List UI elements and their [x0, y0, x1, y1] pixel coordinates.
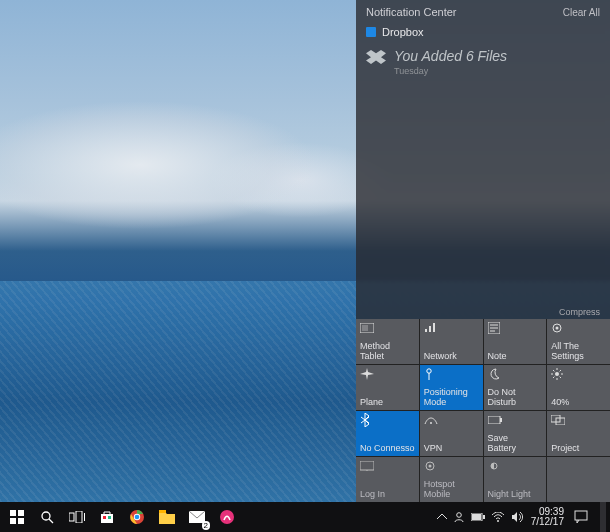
qa-note[interactable]: Note: [484, 319, 547, 364]
pinned-mail[interactable]: 2: [186, 506, 208, 528]
qa-label: No Connesso: [360, 444, 415, 453]
taskbar-clock[interactable]: 09:39 7/12/17: [531, 507, 566, 527]
qa-label: Do Not Disturb: [488, 388, 543, 407]
location-icon: [424, 368, 438, 380]
qa-battery-saver[interactable]: Save Battery: [484, 411, 547, 456]
svg-rect-9: [500, 418, 502, 422]
qa-tablet-mode[interactable]: Method Tablet: [356, 319, 419, 364]
qa-brightness[interactable]: 40%: [547, 365, 610, 410]
qa-empty: [547, 457, 610, 502]
svg-rect-1: [362, 325, 368, 331]
qa-network[interactable]: Network: [420, 319, 483, 364]
connect-icon: [360, 460, 374, 472]
search-button[interactable]: [36, 506, 58, 528]
clear-all-button[interactable]: Clear All: [563, 7, 600, 18]
qa-label: Plane: [360, 398, 415, 407]
brightness-icon: [551, 368, 565, 380]
chrome-icon: [129, 509, 145, 525]
svg-point-6: [555, 372, 559, 376]
action-center-button[interactable]: [574, 510, 588, 524]
svg-rect-30: [159, 510, 166, 513]
svg-rect-22: [76, 511, 82, 523]
qa-label: 40%: [551, 398, 606, 407]
generic-app-icon: [219, 509, 235, 525]
tray-wifi-icon[interactable]: [491, 512, 505, 522]
svg-rect-36: [483, 515, 485, 519]
svg-rect-16: [10, 510, 16, 516]
notification-timestamp: Tuesday: [394, 66, 507, 76]
svg-point-37: [497, 520, 499, 522]
folder-icon: [159, 510, 175, 524]
dropbox-icon: [366, 50, 386, 68]
bluetooth-icon: [360, 414, 374, 426]
svg-rect-24: [101, 514, 113, 523]
system-tray: [437, 511, 523, 523]
svg-rect-23: [84, 513, 85, 521]
qa-bluetooth[interactable]: No Connesso: [356, 411, 419, 456]
svg-rect-26: [108, 516, 111, 519]
qa-label: Positioning Mode: [424, 388, 479, 407]
notification-headline: You Added 6 Files: [394, 48, 507, 64]
qa-label: Night Light: [488, 490, 543, 499]
qa-all-settings[interactable]: All The Settings: [547, 319, 610, 364]
store-icon: [100, 510, 114, 524]
qa-vpn[interactable]: VPN: [420, 411, 483, 456]
qa-location[interactable]: Positioning Mode: [420, 365, 483, 410]
qa-label: Save Battery: [488, 434, 543, 453]
svg-rect-35: [472, 514, 481, 520]
svg-rect-18: [10, 518, 16, 524]
project-icon: [551, 414, 565, 426]
qa-hotspot[interactable]: Hotspot Mobile: [420, 457, 483, 502]
quick-actions-grid: Method Tablet Network Note All The Setti…: [356, 319, 610, 502]
task-view-button[interactable]: [66, 506, 88, 528]
vpn-icon: [424, 414, 438, 426]
qa-label: VPN: [424, 444, 479, 453]
qa-night-light[interactable]: Night Light: [484, 457, 547, 502]
panel-title: Notification Center: [366, 6, 457, 18]
qa-label: Project: [551, 444, 606, 453]
tray-people-icon[interactable]: [453, 511, 465, 523]
qa-project[interactable]: Project: [547, 411, 610, 456]
tablet-icon: [360, 322, 374, 334]
clock-date: 7/12/17: [531, 517, 564, 527]
qa-label: Method Tablet: [360, 342, 415, 361]
show-desktop-button[interactable]: [600, 502, 606, 532]
svg-point-29: [135, 515, 140, 520]
start-button[interactable]: [6, 506, 28, 528]
svg-point-20: [42, 512, 50, 520]
tray-chevron-up-icon[interactable]: [437, 513, 447, 521]
svg-point-5: [427, 369, 431, 373]
airplane-icon: [360, 368, 374, 380]
qa-airplane-mode[interactable]: Plane: [356, 365, 419, 410]
notification-item[interactable]: Dropbox You Added 6 Files Tuesday: [356, 22, 610, 78]
gear-icon: [551, 322, 565, 334]
qa-label: Log In: [360, 490, 415, 499]
search-icon: [40, 510, 54, 524]
svg-rect-38: [575, 511, 587, 520]
qa-do-not-disturb[interactable]: Do Not Disturb: [484, 365, 547, 410]
collapse-button[interactable]: Compress: [559, 307, 600, 317]
tray-volume-icon[interactable]: [511, 511, 523, 523]
note-icon: [488, 322, 502, 334]
moon-icon: [488, 368, 502, 380]
qa-label: Hotspot Mobile: [424, 480, 479, 499]
night-icon: [488, 460, 502, 472]
qa-connect[interactable]: Log In: [356, 457, 419, 502]
notification-center-panel: Notification Center Clear All Dropbox Yo…: [356, 0, 610, 502]
tray-battery-icon[interactable]: [471, 513, 485, 521]
pinned-chrome[interactable]: [126, 506, 148, 528]
qa-label: Network: [424, 352, 479, 361]
svg-rect-12: [360, 461, 374, 470]
dropbox-app-icon: [366, 27, 376, 37]
signal-icon: [424, 322, 438, 334]
svg-rect-8: [488, 416, 500, 424]
svg-point-33: [456, 513, 461, 518]
qa-label: Note: [488, 352, 543, 361]
hotspot-icon: [424, 460, 438, 472]
svg-rect-17: [18, 510, 24, 516]
pinned-store[interactable]: [96, 506, 118, 528]
svg-point-4: [556, 327, 559, 330]
pinned-explorer[interactable]: [156, 506, 178, 528]
svg-rect-19: [18, 518, 24, 524]
pinned-app[interactable]: [216, 506, 238, 528]
